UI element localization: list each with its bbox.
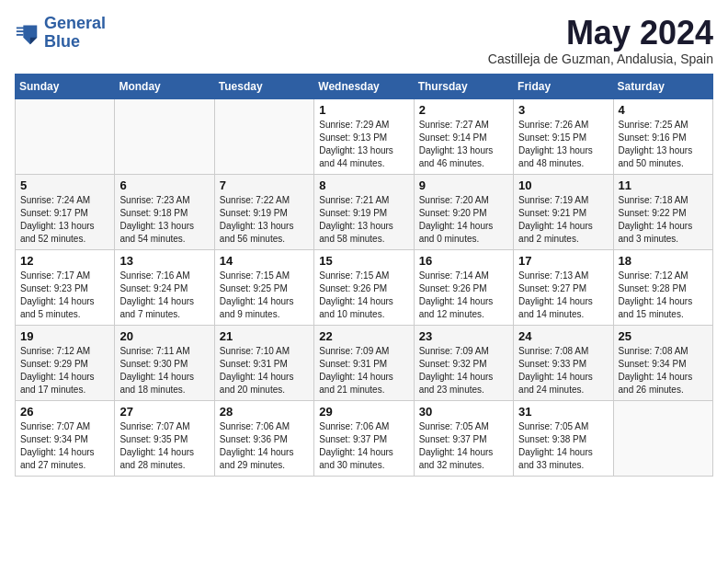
header-thursday: Thursday xyxy=(414,74,513,98)
day-info: Sunrise: 7:15 AM Sunset: 9:26 PM Dayligh… xyxy=(319,270,408,321)
day-info: Sunrise: 7:11 AM Sunset: 9:30 PM Dayligh… xyxy=(119,345,209,396)
calendar-cell: 18Sunrise: 7:12 AM Sunset: 9:28 PM Dayli… xyxy=(613,249,712,325)
day-number: 25 xyxy=(619,329,708,343)
header-friday: Friday xyxy=(514,74,613,98)
day-number: 30 xyxy=(419,405,508,419)
month-title: May 2024 xyxy=(488,15,713,52)
day-info: Sunrise: 7:06 AM Sunset: 9:37 PM Dayligh… xyxy=(319,420,408,472)
day-number: 15 xyxy=(319,254,408,268)
day-number: 4 xyxy=(619,103,708,117)
header-saturday: Saturday xyxy=(613,74,712,98)
calendar-cell: 14Sunrise: 7:15 AM Sunset: 9:25 PM Dayli… xyxy=(214,249,313,325)
svg-rect-5 xyxy=(17,34,23,36)
page-header: General Blue May 2024 Castilleja de Guzm… xyxy=(15,15,713,66)
day-number: 16 xyxy=(419,254,508,268)
day-number: 11 xyxy=(619,178,708,192)
calendar-cell: 6Sunrise: 7:23 AM Sunset: 9:18 PM Daylig… xyxy=(115,174,214,249)
calendar-cell: 9Sunrise: 7:20 AM Sunset: 9:20 PM Daylig… xyxy=(414,174,513,249)
day-number: 28 xyxy=(220,405,309,419)
day-info: Sunrise: 7:08 AM Sunset: 9:33 PM Dayligh… xyxy=(518,345,608,396)
day-info: Sunrise: 7:12 AM Sunset: 9:29 PM Dayligh… xyxy=(20,345,109,396)
header-sunday: Sunday xyxy=(16,74,115,98)
calendar-cell: 4Sunrise: 7:25 AM Sunset: 9:16 PM Daylig… xyxy=(613,98,712,174)
calendar-cell xyxy=(115,98,214,174)
header-tuesday: Tuesday xyxy=(214,74,313,98)
day-number: 6 xyxy=(119,178,209,192)
calendar-cell: 19Sunrise: 7:12 AM Sunset: 9:29 PM Dayli… xyxy=(16,325,115,400)
day-number: 17 xyxy=(518,254,608,268)
day-info: Sunrise: 7:29 AM Sunset: 9:13 PM Dayligh… xyxy=(319,119,408,170)
calendar-header: SundayMondayTuesdayWednesdayThursdayFrid… xyxy=(16,74,713,98)
calendar-cell: 26Sunrise: 7:07 AM Sunset: 9:34 PM Dayli… xyxy=(16,400,115,476)
day-number: 5 xyxy=(20,178,109,192)
calendar-cell: 23Sunrise: 7:09 AM Sunset: 9:32 PM Dayli… xyxy=(414,325,513,400)
day-info: Sunrise: 7:08 AM Sunset: 9:34 PM Dayligh… xyxy=(619,345,708,396)
week-row-2: 5Sunrise: 7:24 AM Sunset: 9:17 PM Daylig… xyxy=(16,174,713,249)
title-block: May 2024 Castilleja de Guzman, Andalusia… xyxy=(488,15,713,66)
day-info: Sunrise: 7:20 AM Sunset: 9:20 PM Dayligh… xyxy=(419,194,508,246)
logo-text: General Blue xyxy=(44,15,106,52)
calendar-cell: 11Sunrise: 7:18 AM Sunset: 9:22 PM Dayli… xyxy=(613,174,712,249)
day-info: Sunrise: 7:13 AM Sunset: 9:27 PM Dayligh… xyxy=(518,270,608,321)
day-number: 7 xyxy=(220,178,309,192)
day-info: Sunrise: 7:25 AM Sunset: 9:16 PM Dayligh… xyxy=(619,119,708,170)
calendar-cell: 16Sunrise: 7:14 AM Sunset: 9:26 PM Dayli… xyxy=(414,249,513,325)
day-info: Sunrise: 7:17 AM Sunset: 9:23 PM Dayligh… xyxy=(20,270,109,321)
day-info: Sunrise: 7:21 AM Sunset: 9:19 PM Dayligh… xyxy=(319,194,408,246)
logo-icon xyxy=(15,20,40,46)
calendar-cell: 5Sunrise: 7:24 AM Sunset: 9:17 PM Daylig… xyxy=(16,174,115,249)
day-number: 31 xyxy=(518,405,608,419)
day-number: 2 xyxy=(419,103,508,117)
week-row-4: 19Sunrise: 7:12 AM Sunset: 9:29 PM Dayli… xyxy=(16,325,713,400)
calendar-cell: 3Sunrise: 7:26 AM Sunset: 9:15 PM Daylig… xyxy=(514,98,613,174)
svg-rect-3 xyxy=(17,27,27,29)
day-info: Sunrise: 7:07 AM Sunset: 9:35 PM Dayligh… xyxy=(119,420,209,472)
logo: General Blue xyxy=(15,15,106,52)
day-number: 10 xyxy=(518,178,608,192)
day-info: Sunrise: 7:09 AM Sunset: 9:31 PM Dayligh… xyxy=(319,345,408,396)
calendar-cell: 7Sunrise: 7:22 AM Sunset: 9:19 PM Daylig… xyxy=(214,174,313,249)
calendar-cell xyxy=(16,98,115,174)
calendar-cell: 1Sunrise: 7:29 AM Sunset: 9:13 PM Daylig… xyxy=(314,98,414,174)
calendar-cell: 12Sunrise: 7:17 AM Sunset: 9:23 PM Dayli… xyxy=(16,249,115,325)
day-info: Sunrise: 7:19 AM Sunset: 9:21 PM Dayligh… xyxy=(518,194,608,246)
day-number: 9 xyxy=(419,178,508,192)
week-row-3: 12Sunrise: 7:17 AM Sunset: 9:23 PM Dayli… xyxy=(16,249,713,325)
calendar-cell xyxy=(214,98,313,174)
day-info: Sunrise: 7:18 AM Sunset: 9:22 PM Dayligh… xyxy=(619,194,708,246)
day-info: Sunrise: 7:24 AM Sunset: 9:17 PM Dayligh… xyxy=(20,194,109,246)
header-monday: Monday xyxy=(115,74,214,98)
calendar-cell: 8Sunrise: 7:21 AM Sunset: 9:19 PM Daylig… xyxy=(314,174,414,249)
day-number: 18 xyxy=(619,254,708,268)
day-number: 22 xyxy=(319,329,408,343)
day-number: 21 xyxy=(220,329,309,343)
day-number: 12 xyxy=(20,254,109,268)
day-info: Sunrise: 7:27 AM Sunset: 9:14 PM Dayligh… xyxy=(419,119,508,170)
calendar-cell: 25Sunrise: 7:08 AM Sunset: 9:34 PM Dayli… xyxy=(613,325,712,400)
week-row-1: 1Sunrise: 7:29 AM Sunset: 9:13 PM Daylig… xyxy=(16,98,713,174)
calendar-cell xyxy=(613,400,712,476)
calendar-cell: 10Sunrise: 7:19 AM Sunset: 9:21 PM Dayli… xyxy=(514,174,613,249)
day-info: Sunrise: 7:12 AM Sunset: 9:28 PM Dayligh… xyxy=(619,270,708,321)
calendar-body: 1Sunrise: 7:29 AM Sunset: 9:13 PM Daylig… xyxy=(16,98,713,476)
day-info: Sunrise: 7:05 AM Sunset: 9:38 PM Dayligh… xyxy=(518,420,608,472)
day-info: Sunrise: 7:07 AM Sunset: 9:34 PM Dayligh… xyxy=(20,420,109,472)
calendar-cell: 29Sunrise: 7:06 AM Sunset: 9:37 PM Dayli… xyxy=(314,400,414,476)
day-info: Sunrise: 7:10 AM Sunset: 9:31 PM Dayligh… xyxy=(220,345,309,396)
calendar-cell: 22Sunrise: 7:09 AM Sunset: 9:31 PM Dayli… xyxy=(314,325,414,400)
day-number: 20 xyxy=(119,329,209,343)
day-info: Sunrise: 7:23 AM Sunset: 9:18 PM Dayligh… xyxy=(119,194,209,246)
day-info: Sunrise: 7:09 AM Sunset: 9:32 PM Dayligh… xyxy=(419,345,508,396)
day-info: Sunrise: 7:15 AM Sunset: 9:25 PM Dayligh… xyxy=(220,270,309,321)
header-wednesday: Wednesday xyxy=(314,74,414,98)
week-row-5: 26Sunrise: 7:07 AM Sunset: 9:34 PM Dayli… xyxy=(16,400,713,476)
day-number: 13 xyxy=(119,254,209,268)
day-number: 26 xyxy=(20,405,109,419)
calendar-table: SundayMondayTuesdayWednesdayThursdayFrid… xyxy=(15,74,713,477)
day-number: 8 xyxy=(319,178,408,192)
calendar-cell: 21Sunrise: 7:10 AM Sunset: 9:31 PM Dayli… xyxy=(214,325,313,400)
calendar-cell: 30Sunrise: 7:05 AM Sunset: 9:37 PM Dayli… xyxy=(414,400,513,476)
calendar-cell: 24Sunrise: 7:08 AM Sunset: 9:33 PM Dayli… xyxy=(514,325,613,400)
calendar-cell: 17Sunrise: 7:13 AM Sunset: 9:27 PM Dayli… xyxy=(514,249,613,325)
day-info: Sunrise: 7:16 AM Sunset: 9:24 PM Dayligh… xyxy=(119,270,209,321)
